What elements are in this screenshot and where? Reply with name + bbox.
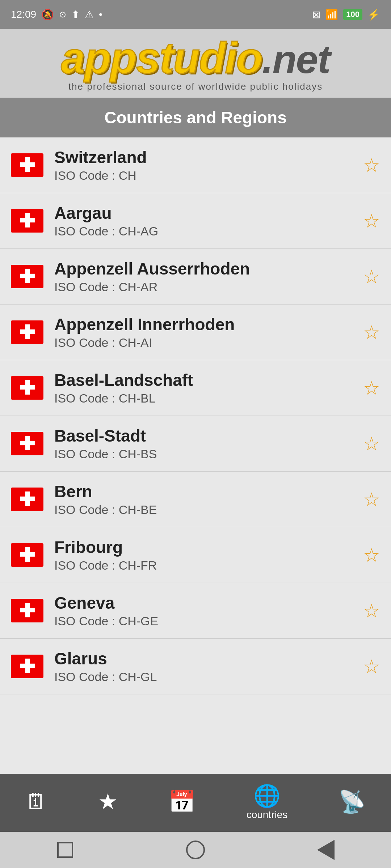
sys-square-btn[interactable]	[54, 839, 76, 861]
favorite-star-icon[interactable]: ☆	[363, 656, 380, 677]
favorite-star-icon[interactable]: ☆	[363, 600, 380, 622]
flag-icon: ✚	[11, 209, 43, 233]
favorite-star-icon[interactable]: ☆	[363, 266, 380, 288]
country-iso: ISO Code : CH-AR	[54, 280, 356, 294]
logo-header: appstudio .net the professional source o…	[0, 29, 391, 98]
charging-icon: ⚡	[367, 9, 380, 21]
swiss-cross-icon: ✚	[19, 657, 35, 676]
list-item[interactable]: ✚ Aargau ISO Code : CH-AG ☆	[0, 193, 391, 249]
country-name: Appenzell Ausserrhoden	[54, 259, 356, 278]
country-name: Basel-Stadt	[54, 426, 356, 446]
upload-icon: ⬆	[71, 9, 80, 21]
location-icon: ⊙	[59, 9, 66, 20]
list-item[interactable]: ✚ Appenzell Innerrhoden ISO Code : CH-AI…	[0, 305, 391, 360]
battery-display: 100	[343, 9, 362, 20]
country-name: Switzerland	[54, 148, 356, 167]
list-item[interactable]: ✚ Basel-Landschaft ISO Code : CH-BL ☆	[0, 360, 391, 416]
nav-item-schedule[interactable]: 📅	[161, 787, 203, 818]
section-title: Countries and Regions	[104, 108, 286, 127]
item-text: Basel-Stadt ISO Code : CH-BS	[54, 426, 356, 461]
favorite-star-icon[interactable]: ☆	[363, 489, 380, 510]
swiss-cross-icon: ✚	[19, 323, 35, 342]
swiss-cross-icon: ✚	[19, 490, 35, 509]
status-right: ⊠ 📶 100 ⚡	[312, 9, 380, 21]
country-iso: ISO Code : CH	[54, 169, 356, 183]
flag-icon: ✚	[11, 153, 43, 177]
country-name: Glarus	[54, 649, 356, 668]
nav-item-favorites[interactable]: ★	[91, 787, 125, 818]
calendar-today-icon: 🗓	[25, 791, 47, 813]
nav-item-countries[interactable]: 🌐 countries	[239, 782, 295, 824]
system-nav	[0, 832, 391, 868]
item-text: Switzerland ISO Code : CH	[54, 148, 356, 183]
calendar-range-icon: 📅	[168, 791, 196, 813]
nav-item-rss[interactable]: 📡	[331, 787, 373, 818]
favorite-star-icon[interactable]: ☆	[363, 154, 380, 176]
country-iso: ISO Code : CH-BE	[54, 503, 356, 517]
list-item[interactable]: ✚ Bern ISO Code : CH-BE ☆	[0, 472, 391, 527]
country-name: Fribourg	[54, 537, 356, 557]
wifi-icon: 📶	[325, 9, 338, 21]
favorite-star-icon[interactable]: ☆	[363, 544, 380, 566]
item-text: Aargau ISO Code : CH-AG	[54, 203, 356, 238]
flag-icon: ✚	[11, 432, 43, 455]
square-icon	[57, 842, 73, 858]
country-iso: ISO Code : CH-BL	[54, 391, 356, 405]
status-left: 12:09 🔕 ⊙ ⬆ ⚠ •	[11, 9, 102, 21]
list-item[interactable]: ✚ Fribourg ISO Code : CH-FR ☆	[0, 527, 391, 583]
item-text: Appenzell Ausserrhoden ISO Code : CH-AR	[54, 259, 356, 294]
flag-icon: ✚	[11, 320, 43, 344]
list-item[interactable]: ✚ Basel-Stadt ISO Code : CH-BS ☆	[0, 416, 391, 472]
section-header: Countries and Regions	[0, 98, 391, 137]
item-text: Appenzell Innerrhoden ISO Code : CH-AI	[54, 315, 356, 350]
country-iso: ISO Code : CH-GE	[54, 614, 356, 628]
swiss-cross-icon: ✚	[19, 546, 35, 565]
item-text: Fribourg ISO Code : CH-FR	[54, 537, 356, 573]
swiss-cross-icon: ✚	[19, 212, 35, 230]
favorite-star-icon[interactable]: ☆	[363, 210, 380, 232]
star-nav-icon: ★	[98, 791, 118, 813]
item-text: Basel-Landschaft ISO Code : CH-BL	[54, 370, 356, 405]
circle-icon	[186, 841, 205, 859]
bottom-nav: 🗓 ★ 📅 🌐 countries 📡	[0, 774, 391, 832]
country-list: ✚ Switzerland ISO Code : CH ☆ ✚ Aargau I…	[0, 137, 391, 694]
nav-item-calendar[interactable]: 🗓	[18, 787, 54, 818]
country-iso: ISO Code : CH-BS	[54, 447, 356, 461]
flag-icon: ✚	[11, 543, 43, 567]
country-iso: ISO Code : CH-FR	[54, 558, 356, 573]
list-item[interactable]: ✚ Appenzell Ausserrhoden ISO Code : CH-A…	[0, 249, 391, 305]
logo-main: appstudio .net	[61, 36, 330, 80]
country-name: Geneva	[54, 593, 356, 613]
swiss-cross-icon: ✚	[19, 379, 35, 397]
country-iso: ISO Code : CH-GL	[54, 670, 356, 684]
logo-tagline: the professional source of worldwide pub…	[68, 81, 323, 92]
swiss-cross-icon: ✚	[19, 156, 35, 175]
sys-back-btn[interactable]	[315, 839, 337, 861]
flag-icon: ✚	[11, 488, 43, 511]
favorite-star-icon[interactable]: ☆	[363, 322, 380, 343]
list-item[interactable]: ✚ Glarus ISO Code : CH-GL ☆	[0, 639, 391, 694]
country-name: Bern	[54, 482, 356, 501]
flag-icon: ✚	[11, 655, 43, 678]
rss-icon: 📡	[339, 791, 366, 813]
sys-circle-btn[interactable]	[185, 839, 206, 861]
nav-countries-label: countries	[247, 809, 288, 821]
item-text: Geneva ISO Code : CH-GE	[54, 593, 356, 628]
country-iso: ISO Code : CH-AG	[54, 224, 356, 238]
swiss-cross-icon: ✚	[19, 601, 35, 620]
favorite-star-icon[interactable]: ☆	[363, 377, 380, 399]
globe-icon: 🌐	[253, 785, 281, 807]
flag-icon: ✚	[11, 599, 43, 622]
list-item[interactable]: ✚ Geneva ISO Code : CH-GE ☆	[0, 583, 391, 639]
back-triangle-icon	[317, 840, 335, 860]
item-text: Bern ISO Code : CH-BE	[54, 482, 356, 517]
country-name: Basel-Landschaft	[54, 370, 356, 390]
flag-icon: ✚	[11, 376, 43, 400]
list-item[interactable]: ✚ Switzerland ISO Code : CH ☆	[0, 137, 391, 193]
country-iso: ISO Code : CH-AI	[54, 336, 356, 350]
item-text: Glarus ISO Code : CH-GL	[54, 649, 356, 684]
swiss-cross-icon: ✚	[19, 434, 35, 453]
swiss-cross-icon: ✚	[19, 267, 35, 286]
favorite-star-icon[interactable]: ☆	[363, 433, 380, 455]
no-sound-icon: 🔕	[41, 9, 54, 21]
